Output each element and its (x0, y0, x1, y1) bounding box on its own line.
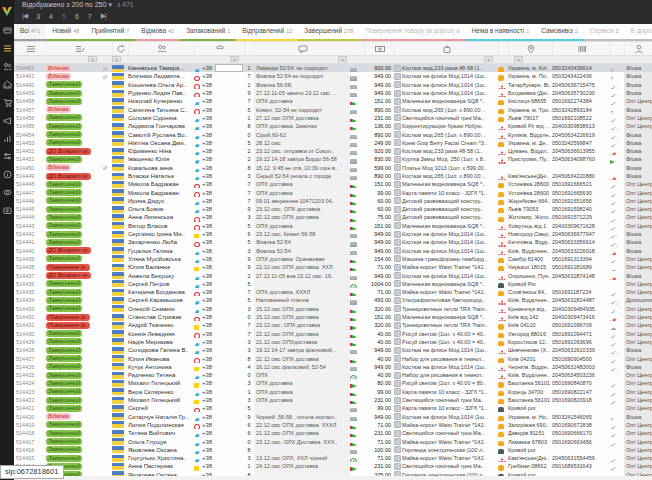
table-row[interactable]: 514436 Завершений ⊘ Сергей Петров +38 5 … (14, 280, 652, 288)
phone-cell[interactable]: +38 (202, 446, 244, 454)
status-tab[interactable]: Новий48 (46, 24, 85, 41)
phone-cell[interactable]: +38 (202, 305, 244, 313)
table-row[interactable]: 514441 Завершений ⊘ Захарченко Люба +38 … (14, 238, 652, 246)
column-header-price[interactable] (364, 42, 394, 55)
sidebar-item-statistics-chart[interactable] (2, 133, 13, 144)
phone-cell[interactable]: +38 (202, 247, 244, 255)
status-tab[interactable]: Відправлений12 (236, 24, 298, 41)
phone-cell[interactable]: +38 (202, 72, 244, 80)
table-row[interactable]: 514446 Завершений ⊘ Ирина Дидух +38 7 09… (14, 197, 652, 205)
table-row[interactable]: 514422 Завершений ⊘ Михаил Гилецький +38… (14, 396, 652, 404)
table-row[interactable]: 514419 Завершений ⊘ Лилия Подолинская +3… (14, 421, 652, 429)
phone-cell[interactable]: +38 (202, 288, 244, 296)
table-row[interactable]: 514449 ДО Возврат ок. ⊘ Власюк Наталья +… (14, 172, 652, 180)
column-header-manager[interactable] (624, 42, 652, 55)
table-row[interactable]: 514462 Відмова ⊘ Каневська Тамара .. +38… (14, 64, 652, 72)
phone-cell[interactable]: +38 (202, 263, 244, 271)
table-row[interactable]: 514451 Завершений ⊘ Іващенко Юлія +38 2 … (14, 155, 652, 163)
phone-cell[interactable]: +38 (202, 180, 244, 188)
sidebar-item-settings-sliders[interactable] (2, 151, 13, 162)
phone-cell[interactable]: +38 (202, 155, 244, 163)
phone-cell[interactable]: +38 (202, 147, 244, 155)
table-row[interactable]: 514454 Завершений ⊘ Самотій Руслана Во..… (14, 130, 652, 138)
phone-filter-box[interactable] (215, 64, 243, 72)
table-row[interactable]: 514448 Завершений ⊘ Микола Бадражан +38 … (14, 180, 652, 188)
phone-cell[interactable]: +38 (202, 388, 244, 396)
phone-cell[interactable]: +38 (202, 238, 244, 246)
phone-cell[interactable]: +38 (202, 255, 244, 263)
table-row[interactable]: 514432 Повернення (в.. ⊘ Станіслав Стриж… (14, 313, 652, 321)
table-row[interactable]: 514433 Завершений ⊘ Олексій Семанін +38 … (14, 305, 652, 313)
column-header-phone[interactable] (194, 42, 244, 55)
phone-cell[interactable]: +38 (202, 222, 244, 230)
table-row[interactable]: 514426 Завершений ⊘ Кучук Антонина +38 4… (14, 363, 652, 371)
table-row[interactable]: 514424 Завершений ⊘ Михаил Гилецький +38… (14, 379, 652, 387)
phone-cell[interactable]: +38 (202, 396, 244, 404)
phone-cell[interactable]: +38 (202, 471, 244, 476)
table-row[interactable]: 514457 Відмова ⊘ Сапегина Татьяна С.. +3… (14, 105, 652, 113)
status-tab[interactable]: Запакований1 (180, 24, 236, 41)
filter-dropdown-status[interactable]: ▾ (88, 56, 97, 62)
column-header-ttn-status[interactable] (610, 42, 624, 55)
table-row[interactable]: 514459 Завершений ⊘ Руденко Лидия Пав.. … (14, 89, 652, 97)
sidebar-item-warehouse[interactable] (2, 79, 13, 90)
phone-cell[interactable]: +38 (202, 338, 244, 346)
phone-cell[interactable]: +38 (202, 172, 244, 180)
table-row[interactable]: 514438 Повернення (в.. ⊘ Юлия Баланюк +3… (14, 263, 652, 271)
phone-cell[interactable]: +38 (202, 139, 244, 147)
table-row[interactable]: 514421 Завершений ⊘ Сергей +38 5 99.00 К… (14, 404, 652, 412)
table-row[interactable]: 514443 Завершений ⊘ Віктор Власов +38 5 … (14, 222, 652, 230)
phone-cell[interactable]: +38 (202, 205, 244, 213)
table-row[interactable]: 514458 Завершений ⊘ Николай Кучеренко +3… (14, 97, 652, 105)
phone-cell[interactable]: +38 (202, 371, 244, 379)
phone-cell[interactable]: +38 (202, 271, 244, 279)
phone-cell[interactable]: +38 (202, 64, 244, 72)
phone-cell[interactable]: +38 (202, 462, 244, 470)
column-header-refresh-icon[interactable] (112, 42, 128, 55)
table-row[interactable]: 514452 ДО Возврат ок. ⊘ Єфименко Ніна +3… (14, 147, 652, 155)
sidebar-item-marketing-megaphone[interactable] (2, 115, 13, 126)
status-tab[interactable]: В дорозі додому0 (625, 24, 652, 41)
table-row[interactable]: 514442 Завершений ⊘ Сергієнко Ірина Ми..… (14, 230, 652, 238)
table-row[interactable]: 514427 Завершений ⊘ Юлия Иванова +38 8 2… (14, 354, 652, 362)
phone-cell[interactable]: +38 (202, 197, 244, 205)
filter-dropdown-address[interactable]: ▾ (514, 56, 523, 62)
status-tab[interactable]: Сервіси0 (584, 24, 625, 41)
page-number-button[interactable]: 4 (49, 13, 53, 20)
sidebar-item-video-tutorials[interactable] (2, 205, 13, 216)
phone-cell[interactable]: +38 (202, 379, 244, 387)
filter-dropdown-comment[interactable]: ▾ (338, 56, 347, 62)
phone-cell[interactable]: +38 (202, 330, 244, 338)
sidebar-item-orders[interactable] (2, 43, 13, 54)
table-row[interactable]: 514437 ДО Возврат ок. ⊘ Анжела Безушку +… (14, 271, 652, 279)
table-row[interactable]: 514434 Завершений ⊘ Сергей Карамышев +38… (14, 296, 652, 304)
phone-cell[interactable]: +38 (202, 114, 244, 122)
column-header-ttn[interactable] (552, 42, 610, 55)
table-row[interactable]: 514414 Завершений ⊘ Анна Пастернак +38 1… (14, 462, 652, 470)
sidebar-item-dashboard[interactable] (2, 25, 13, 36)
filter-dropdown-phone[interactable]: ▾ (230, 56, 239, 62)
phone-cell[interactable]: +38 (202, 421, 244, 429)
status-tab[interactable]: Завершений278 (298, 24, 359, 41)
table-row[interactable]: 514460 Завершений ⊘ Кошелева Ольга Ар.. … (14, 81, 652, 89)
sidebar-item-clients[interactable] (2, 61, 13, 72)
column-header-products[interactable] (394, 42, 498, 55)
table-row[interactable]: 514455 Завершений ⊘ Людмила Гончарова +3… (14, 122, 652, 130)
table-row[interactable]: 514415 Завершений ⊘ Горгулько Христина..… (14, 454, 652, 462)
table-row[interactable]: 514456 Завершений ⊘ Соломія Сідоніна +38… (14, 114, 652, 122)
phone-cell[interactable]: +38 (202, 130, 244, 138)
column-header-status[interactable] (46, 42, 112, 55)
phone-cell[interactable]: +38 (202, 97, 244, 105)
status-tab[interactable]: Нема в наявності1 (466, 24, 536, 41)
table-row[interactable]: 514428 Завершений ⊘ Солодкова Галина В..… (14, 346, 652, 354)
phone-cell[interactable]: +38 (202, 81, 244, 89)
phone-cell[interactable]: +38 (202, 363, 244, 371)
sidebar-item-cart[interactable] (2, 97, 13, 108)
table-row[interactable]: 514418 Завершений ⊘ Тетяна Войтович +38 … (14, 429, 652, 437)
column-header-calls-count[interactable] (244, 42, 254, 55)
table-row[interactable]: 514429 Завершений ⊘ Надія Мерзаєва +38 3… (14, 338, 652, 346)
status-tab[interactable]: Повернення товару (в дорозі)0 (359, 24, 465, 41)
page-number-button[interactable]: 7 (88, 13, 92, 20)
phone-cell[interactable]: +38 (202, 230, 244, 238)
table-row[interactable]: 514444 Завершений ⊘ Анна Липенська +38 3… (14, 213, 652, 221)
